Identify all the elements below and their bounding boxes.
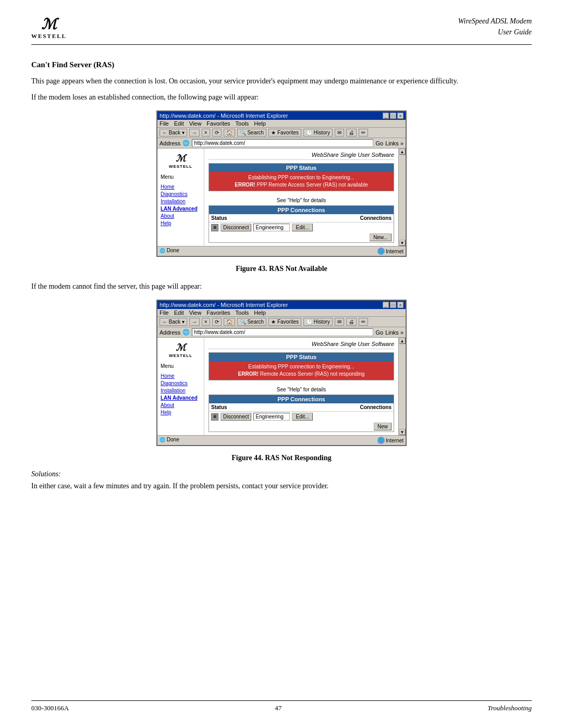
ppp-connections-row-2: 🖥 Disconnect Edit...: [209, 412, 394, 422]
ppp-status-body-2: Establishing PPP connection to Engineeri…: [209, 361, 394, 380]
go-label-1[interactable]: Go: [375, 140, 383, 146]
menu-tools-1[interactable]: Tools: [236, 120, 249, 127]
ppp-connections-row-1: 🖥 Disconnect Edit...: [209, 223, 394, 232]
ppp-buttons-row-1: New...: [209, 232, 394, 242]
browser-titlebar-2: http://www.datek.com/ - Microsoft Intern…: [157, 301, 406, 309]
close-btn-2[interactable]: ×: [397, 302, 403, 308]
sidebar-link-help-2[interactable]: Help: [161, 410, 201, 415]
forward-btn-2[interactable]: →: [189, 318, 200, 326]
address-input-1[interactable]: [192, 139, 373, 147]
menu-favorites-2[interactable]: Favorites: [206, 310, 230, 316]
sidebar-logo-text-2: WESTELL: [161, 353, 201, 358]
sidebar-link-about-2[interactable]: About: [161, 402, 201, 408]
home-btn-2[interactable]: 🏠: [224, 318, 235, 326]
mail-btn-2[interactable]: ✉: [335, 318, 344, 326]
col-status-1: Status: [211, 215, 227, 221]
menu-edit-1[interactable]: Edit: [174, 120, 184, 127]
sidebar-link-installation-1[interactable]: Installation: [161, 199, 201, 204]
menu-file-1[interactable]: File: [160, 120, 169, 127]
sidebar-link-diagnostics-2[interactable]: Diagnostics: [161, 380, 201, 386]
mail-btn-1[interactable]: ✉: [335, 129, 344, 137]
edit-btn-2[interactable]: Edit...: [292, 413, 313, 421]
sidebar-link-home-1[interactable]: Home: [161, 184, 201, 190]
history-btn-2[interactable]: 🕐 History: [303, 318, 333, 326]
sidebar-link-help-1[interactable]: Help: [161, 220, 201, 226]
browser-main-2: WebShare Single User Software PPP Status…: [204, 338, 398, 435]
internet-icon-2: 🌐: [377, 437, 385, 444]
page-header: ℳ WESTELL WireSpeed ADSL Modem User Guid…: [31, 16, 532, 45]
sidebar-logo-symbol-2: ℳ: [161, 342, 201, 353]
forward-btn-1[interactable]: →: [189, 129, 200, 137]
edit-doc-btn-2[interactable]: ✏: [359, 318, 368, 326]
menu-favorites-1[interactable]: Favorites: [206, 120, 230, 127]
browser-sidebar-2: ℳ WESTELL Menu Home Diagnostics Installa…: [157, 338, 204, 435]
figure1-caption: Figure 43. RAS Not Available: [31, 265, 532, 273]
minimize-btn-1[interactable]: _: [383, 113, 389, 119]
ppp-help-text-1: See "Help" for details: [209, 195, 394, 205]
home-btn-1[interactable]: 🏠: [224, 129, 235, 137]
ppp-status-box-2: PPP Status Establishing PPP connection t…: [209, 352, 394, 380]
menu-help-1[interactable]: Help: [254, 120, 266, 127]
internet-text-1: Internet: [386, 249, 403, 254]
scrollbar-2: ▲ ▼: [398, 338, 406, 435]
menu-view-1[interactable]: View: [189, 120, 202, 127]
print-btn-2[interactable]: 🖨: [346, 318, 357, 326]
edit-doc-btn-1[interactable]: ✏: [359, 129, 368, 137]
scroll-down-2[interactable]: ▼: [399, 429, 406, 435]
scroll-down-1[interactable]: ▼: [399, 240, 406, 246]
new-btn-2[interactable]: New: [374, 423, 391, 430]
sidebar-link-about-1[interactable]: About: [161, 213, 201, 219]
webshare-header-1: WebShare Single User Software: [209, 152, 394, 160]
menu-edit-2[interactable]: Edit: [174, 310, 184, 316]
scrollbar-1: ▲ ▼: [398, 149, 406, 246]
search-btn-2[interactable]: 🔍 Search: [237, 318, 266, 326]
sidebar-menu-label-1: Menu: [161, 174, 201, 180]
menu-file-2[interactable]: File: [160, 310, 169, 316]
ppp-help-text-2: See "Help" for details: [209, 385, 394, 394]
title-line2: User Guide: [458, 27, 532, 38]
menu-tools-2[interactable]: Tools: [236, 310, 249, 316]
menu-view-2[interactable]: View: [189, 310, 202, 316]
address-bar-2: Address 🌐 Go Links »: [157, 327, 406, 338]
edit-btn-1[interactable]: Edit...: [292, 224, 313, 231]
stop-btn-2[interactable]: ×: [202, 318, 210, 326]
section-title: Can't Find Server (RAS): [31, 60, 532, 69]
scroll-up-1[interactable]: ▲: [399, 149, 406, 155]
scroll-up-2[interactable]: ▲: [399, 338, 406, 344]
engineering-field-1[interactable]: [253, 224, 290, 231]
col-connections-1: Connections: [360, 215, 391, 221]
refresh-btn-1[interactable]: ⟳: [212, 129, 222, 137]
maximize-btn-2[interactable]: □: [390, 302, 396, 308]
print-btn-1[interactable]: 🖨: [346, 129, 357, 137]
stop-btn-1[interactable]: ×: [202, 129, 210, 137]
back-btn-1[interactable]: ← Back ▾: [160, 129, 187, 137]
go-label-2[interactable]: Go: [375, 329, 383, 336]
sidebar-link-installation-2[interactable]: Installation: [161, 388, 201, 393]
engineering-field-2[interactable]: [253, 413, 290, 421]
sidebar-link-diagnostics-1[interactable]: Diagnostics: [161, 191, 201, 197]
maximize-btn-1[interactable]: □: [390, 113, 396, 119]
page-icon-2: 🌐: [182, 329, 190, 336]
browser-statusbar-2: 🌐 Done 🌐 Internet: [157, 435, 406, 445]
sidebar-link-lan-advanced-1[interactable]: LAN Advanced: [161, 206, 201, 212]
minimize-btn-2[interactable]: _: [383, 302, 389, 308]
history-btn-1[interactable]: 🕐 History: [303, 129, 333, 137]
sidebar-link-lan-advanced-2[interactable]: LAN Advanced: [161, 395, 201, 401]
menu-help-2[interactable]: Help: [254, 310, 266, 316]
sidebar-link-home-2[interactable]: Home: [161, 373, 201, 379]
sidebar-logo-symbol-1: ℳ: [161, 153, 201, 164]
disconnect-btn-1[interactable]: Disconnect: [221, 224, 251, 231]
status-internet-1: 🌐 Internet: [377, 248, 403, 255]
cannot-find-text: If the modem cannot find the server, thi…: [31, 281, 532, 292]
page-content: Can't Find Server (RAS) This page appear…: [31, 60, 532, 491]
back-btn-2[interactable]: ← Back ▾: [160, 318, 187, 326]
close-btn-1[interactable]: ×: [397, 113, 403, 119]
new-btn-1[interactable]: New...: [370, 233, 391, 241]
disconnect-btn-2[interactable]: Disconnect: [221, 413, 251, 421]
address-input-2[interactable]: [192, 328, 373, 336]
search-btn-1[interactable]: 🔍 Search: [237, 129, 266, 137]
favorites-btn-1[interactable]: ★ Favorites: [268, 129, 301, 137]
refresh-btn-2[interactable]: ⟳: [212, 318, 222, 326]
favorites-btn-2[interactable]: ★ Favorites: [268, 318, 301, 326]
ppp-error-rest-2: Remote Access Server (RAS) not respondin…: [259, 371, 364, 377]
